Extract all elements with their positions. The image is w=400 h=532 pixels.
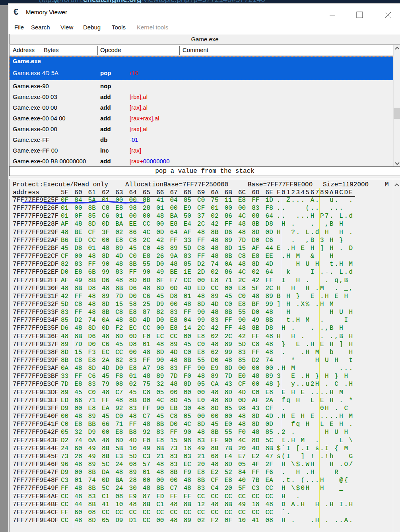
hex-row-ascii[interactable]: H H U H [277,308,354,316]
hex-row[interactable]: 7FF77FF9E32F5D C8 48 8D 15 58 25 D9 00 4… [10,300,391,308]
hex-row-ascii[interactable]: t.H M . L \ [277,437,354,445]
hex-row[interactable]: 7FF77FF9E2AFB6 ED CC 00 E8 C8 2C 42 FF 3… [10,236,391,244]
hex-row-bytes[interactable]: ED 66 71 FF 48 8B D0 4C 8D 45 E0 48 8D 0… [61,397,273,404]
hex-row-ascii[interactable]: .H M & H [277,252,354,260]
hex-row[interactable]: 7FF77FF9E42F05 32 D9 00 E8 B8 92 83 FF 9… [10,428,391,436]
hex-row[interactable]: 7FF77FF9E2EFD0 E8 6B 99 83 FF 90 49 BE 1… [10,268,391,276]
hex-row[interactable]: 7FF77FF9E46F96 48 89 5C 24 08 57 48 83 E… [10,460,391,468]
hex-row-ascii[interactable]: k I .-. L.d [277,268,354,276]
hex-row-ascii[interactable]: t.H M . I [277,316,354,324]
hex-row-bytes[interactable]: 89 7D D0 C6 45 D8 01 48 89 45 C0 48 89 5… [61,340,273,348]
hex-row-bytes[interactable]: CC 48 8D 05 D9 D1 CC 00 48 89 02 F2 0F 1… [61,517,273,524]
hex-row[interactable]: 7FF77FF9E34F85 D2 74 0A 48 8D 4D D0 E8 0… [10,316,391,324]
hex-row[interactable]: 7FF77FF9E48FC3 01 74 0D BA 28 00 00 00 4… [10,476,391,484]
hex-row-bytes[interactable]: 00 48 89 45 C0 48 C7 45 C8 05 00 00 00 4… [61,412,273,420]
hex-row-bytes[interactable]: 48 8B D8 48 8B D6 48 8D 0D 4D ED CC 00 E… [61,284,273,292]
hex-row-bytes[interactable]: D9 00 8B DA 48 89 01 48 8B F9 E8 E2 52 8… [61,468,273,476]
hex-row-bytes[interactable]: 48 BE CF 3F 02 86 4C 0D 64 AF 48 8B D6 4… [61,228,273,236]
hex-row[interactable]: 7FF77FF9E2FFAF 49 8B D6 48 8D 0D 8F F7 C… [10,277,391,284]
hex-row[interactable]: 7FF77FF9E3CF7D E8 83 79 08 02 75 32 48 8… [10,380,391,388]
hex-row-ascii[interactable]: fq H L E H . * [277,397,354,404]
menu-item-search[interactable]: Search [31,21,50,34]
disasm-row[interactable]: Game.exe-90nop [10,81,394,91]
disasm-row[interactable]: Game.exe-00 00add[rax],al [10,102,394,113]
hex-row-ascii[interactable]: . .H M b H [277,348,354,356]
hex-row-bytes[interactable]: FF 60 08 CC CC CC CC CC CC CC CC CC CC C… [61,509,273,517]
hex-row[interactable]: 7FF77FF9E29F48 BE CF 3F 02 86 4C 0D 64 A… [10,228,391,236]
hex-row-bytes[interactable]: 96 48 89 5C 24 08 57 48 83 EC 20 48 8D 0… [61,460,273,468]
hex-row-bytes[interactable]: C3 01 74 0D BA 28 00 00 00 48 8B CF E8 4… [61,476,273,484]
hex-row[interactable]: 7FF77FF9E41FC0 E8 BB 66 71 FF 48 8B D0 4… [10,420,391,428]
hex-row[interactable]: 7FF77FF9E40F00 48 89 45 C0 48 C7 45 C8 0… [10,412,391,420]
hex-row-bytes[interactable]: D6 48 8D 0D F2 EC CC 00 E8 14 2C 42 FF 4… [61,324,273,332]
hex-row[interactable]: 7FF77FF9E31F42 FF 48 89 7D D0 C6 45 D8 0… [10,292,391,300]
hex-row-ascii[interactable]: s(I ] ! .!h G [277,453,354,460]
hex-row-ascii[interactable]: . Z... A. u. . [277,196,354,204]
hex-row-bytes[interactable]: 01 0F 85 C6 01 00 00 48 BA 50 37 02 86 4… [61,212,273,220]
hex-row[interactable]: 7FF77FF9E33F83 FF 48 8B C8 E8 87 82 83 F… [10,308,391,316]
hex-row-bytes[interactable]: 42 FF 48 89 7D D0 C6 45 D8 01 48 89 45 C… [61,292,273,300]
hex-row[interactable]: 7FF77FF9E4DFCC 48 8D 05 D9 D1 CC 00 48 8… [10,517,391,524]
hex-row[interactable]: 7FF77FF9E4BFCC 44 8B 41 10 48 8B C1 48 8… [10,501,391,509]
hex-row-bytes[interactable]: 83 FF 48 8B C8 E8 87 82 83 FF 90 48 8B 5… [61,308,273,316]
hex-row-ascii[interactable]: } y..u2H . C .H [277,380,354,388]
hex-row-ascii[interactable]: .H E H E ....H M [277,412,354,420]
disasm-row[interactable]: Game.exe-FF 00inc[rax] [10,145,394,156]
hex-row-bytes[interactable]: B6 ED CC 00 E8 C8 2C 42 FF 33 FF 48 89 7… [61,236,273,244]
hex-row-ascii[interactable]: I H . . q,B [277,277,354,284]
hex-row[interactable]: 7FF77FF9E3EFED 66 71 FF 48 8B D0 4C 8D 4… [10,397,391,404]
hex-row-ascii[interactable]: E .H E H ] H . D [277,244,354,252]
disasm-row[interactable]: Game.exe-00 B8 00000000add[rax+00000000 [10,156,394,166]
hex-row-bytes[interactable]: 48 8B D6 48 8D 0D F0 EC CC 00 E8 02 2C 4… [61,333,273,340]
hex-row[interactable]: 7FF77FF9E38F8D 15 F3 EC CC 00 48 8D 4D C… [10,348,391,356]
hex-row-bytes[interactable]: AF 48 8D 0D BA EE CC 00 E8 E4 2C 42 FF 4… [61,220,273,228]
hex-row-ascii[interactable]: . 0H . C [277,404,354,412]
hex-row-bytes[interactable]: CF 00 48 8D 4D C0 E8 26 9A 83 FF 48 8B C… [61,252,273,260]
hex-row-ascii[interactable]: H . [277,493,354,501]
maximize-button[interactable] [356,12,363,18]
hex-row-ascii[interactable]: B H } E .H E H [277,292,354,300]
hex-row[interactable]: 7FF77FF9E27F01 0F 85 C6 01 00 00 48 BA 5… [10,212,391,220]
splitter-handle[interactable]: ·········· [195,176,222,179]
hex-row-bytes[interactable]: 8D 15 F3 EC CC 00 48 8D 4D C0 E8 62 99 8… [61,348,273,356]
disasm-row[interactable]: Game.exe-00 04 00add[rax+rax],al [10,113,394,124]
hex-row[interactable]: 7FF77FF9E3DF89 45 C0 48 C7 45 C8 05 00 0… [10,389,391,397]
hex-row-bytes[interactable]: 8B C8 E8 2A 82 83 FF 90 48 8B 55 D0 48 8… [61,356,273,364]
hex-row[interactable]: 7FF77FF9E35FD6 48 8D 0D F2 EC CC 00 E8 1… [10,324,391,332]
hex-row-ascii[interactable]: `. [277,509,354,517]
selected-instruction[interactable]: Game.exe Game.exe 4D 5A pop r10 [10,56,394,80]
hex-row[interactable]: 7FF77FF9E30F48 8B D8 48 8B D6 48 8D 0D 4… [10,284,391,292]
hex-row-bytes[interactable]: FF 48 8B 5C 24 30 48 8B C7 48 83 C4 20 5… [61,484,273,492]
hex-row-bytes[interactable]: C0 E8 BB 66 71 FF 48 8B D0 4C 8D 45 E0 4… [61,420,273,428]
disasm-row[interactable]: Game.exe-00 00add[rax],al [10,124,394,134]
hex-row-ascii[interactable]: 3 E .H } H } H [277,372,354,380]
hex-row-bytes[interactable]: D2 74 0A 48 8D 4D F0 E8 15 98 83 FF 90 4… [61,437,273,445]
hex-row-ascii[interactable]: $`I [.I s.I { M [277,445,354,453]
hex-row[interactable]: 7FF77FF9E3FFD9 00 E8 EA 92 83 FF 90 EB 3… [10,404,391,412]
hex-row[interactable]: 7FF77FF9E4AFCC 48 83 C1 08 E9 87 FD FF F… [10,493,391,501]
hex-row-ascii[interactable]: .. ...H P7. L.d [277,212,354,220]
hex-row-ascii[interactable]: H U H t.H M [277,260,354,268]
hex-row-bytes[interactable]: 33 FF C6 45 F8 01 48 89 7D F0 48 89 7D E… [61,372,273,380]
hex-row-ascii[interactable]: H H H .M . _, [277,284,354,292]
hex-row-bytes[interactable]: 82 83 FF 90 48 8B 55 D0 48 85 D2 74 0A 4… [61,260,273,268]
hex-row[interactable]: 7FF77FF9E37F89 7D D0 C6 45 D8 01 48 89 4… [10,340,391,348]
hex-row-ascii[interactable]: H . . ,B H [277,220,354,228]
hex-row-bytes[interactable]: 89 45 C0 48 C7 45 C8 05 00 00 00 48 8D 4… [61,389,273,397]
hex-row-ascii[interactable]: H . .H . ..A. [277,517,354,524]
hex-row-ascii[interactable]: .t. (...H @{ [277,476,354,484]
hex-row-bytes[interactable]: D0 E8 6B 99 83 FF 90 49 BE 1E 2D 02 86 4… [61,268,273,276]
hex-row-ascii[interactable]: H . . .,B H [277,324,354,332]
hex-scrollbar[interactable] [393,179,400,532]
selected-module-row[interactable]: Game.exe [13,58,41,64]
titlebar[interactable]: € Memory Viewer [8,4,400,21]
hex-row[interactable]: 7FF77FF9E39F8B C8 E8 2A 82 83 FF 90 48 8… [10,356,391,364]
hex-row-bytes[interactable]: 24 60 49 8B 5B 10 49 8B 73 18 49 8B 7B 2… [61,445,273,453]
hex-row[interactable]: 7FF77FF9E2DF82 83 FF 90 48 8B 55 D0 48 8… [10,260,391,268]
hex-row-ascii[interactable]: . ,B 3 H } [277,236,354,244]
menu-item-view[interactable]: View [60,21,73,34]
hex-row-ascii[interactable]: H ?. L.d H H . [277,228,354,236]
hex-row[interactable]: 7FF77FF9E49FFF 48 8B 5C 24 30 48 8B C7 4… [10,484,391,492]
hex-row-ascii[interactable]: .. (.. ... [277,204,354,212]
hex-row[interactable]: 7FF77FF9E3AF0A 48 8D 4D D0 E8 A7 98 83 F… [10,364,391,372]
